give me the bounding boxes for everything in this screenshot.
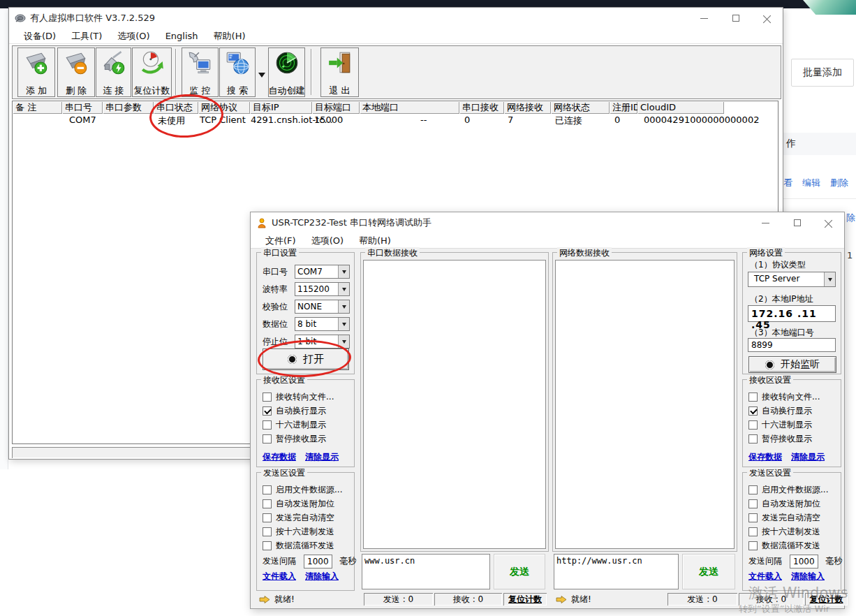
file-source-label: 启用文件数据源... (762, 484, 828, 496)
menu-file[interactable]: 文件(F) (258, 233, 304, 249)
recv-to-file-checkbox[interactable] (263, 393, 272, 402)
auto-clear-checkbox[interactable] (748, 513, 758, 522)
minimize-button[interactable] (688, 8, 720, 29)
close-button[interactable] (813, 212, 844, 233)
auto-wrap-checkbox[interactable] (748, 406, 758, 416)
pause-recv-checkbox[interactable] (748, 434, 758, 443)
menu-english[interactable]: English (158, 29, 206, 43)
menu-tools[interactable]: 工具(T) (64, 29, 110, 44)
delete-link-partial[interactable]: 除 (846, 212, 855, 224)
connect-button[interactable]: 连 接 (96, 47, 131, 97)
col-remark[interactable]: 备 注 (13, 101, 62, 114)
col-serial-rx[interactable]: 串口接收 (459, 101, 504, 114)
serial-send-button[interactable]: 发送 (494, 554, 545, 589)
loop-send-checkbox[interactable] (263, 541, 272, 550)
col-target-ip[interactable]: 目标IP (250, 101, 312, 114)
delete-port-button[interactable]: 删 除 (57, 47, 95, 97)
test-titlebar[interactable]: USR-TCP232-Test 串口转网络调试助手 (251, 212, 844, 233)
load-file-link[interactable]: 文件载入 (263, 571, 296, 582)
menu-device[interactable]: 设备(D) (16, 29, 64, 44)
close-button[interactable] (751, 8, 783, 29)
view-link[interactable]: 看 (783, 177, 792, 189)
save-data-link[interactable]: 保存数据 (748, 451, 782, 463)
hex-send-checkbox[interactable] (748, 527, 758, 536)
chevron-down-icon (342, 288, 346, 293)
auto-create-label: 自动创建 (269, 85, 305, 96)
dropdown-button[interactable] (338, 283, 349, 295)
delete-link[interactable]: 删除 (830, 177, 848, 189)
save-data-link[interactable]: 保存数据 (263, 451, 296, 463)
network-send-input[interactable]: http://www.usr.cn (554, 554, 679, 589)
edit-link[interactable]: 编辑 (802, 177, 820, 189)
parity-row: 校验位 NONE (263, 300, 350, 314)
file-source-label: 启用文件数据源... (276, 484, 342, 496)
col-cloud-id[interactable]: CloudID (637, 101, 724, 114)
maximize-button[interactable] (781, 212, 813, 233)
table-row[interactable]: COM7 未使用 TCP Client 4291.cnsh.iot-tc... … (13, 114, 778, 126)
search-button[interactable]: 搜 索 (219, 47, 256, 97)
col-net-rx[interactable]: 网络接收 (504, 101, 551, 114)
auto-append-checkbox[interactable] (748, 499, 758, 508)
test-app-icon (256, 217, 267, 228)
serial-receive-area[interactable] (363, 260, 546, 549)
col-com[interactable]: 串口号 (62, 101, 103, 114)
data-bits-select[interactable]: 8 bit (295, 317, 350, 331)
menu-help[interactable]: 帮助(H) (351, 233, 399, 249)
parity-select[interactable]: NONE (295, 300, 350, 314)
network-send-button[interactable]: 发送 (682, 554, 735, 589)
auto-clear-checkbox[interactable] (263, 513, 272, 522)
send-interval-input[interactable]: 1000 (304, 555, 332, 569)
local-ip-input[interactable]: 172.16 .11 .45 (748, 305, 836, 322)
col-target-port[interactable]: 目标端口 (312, 101, 360, 114)
dropdown-button[interactable] (338, 300, 349, 313)
auto-append-checkbox[interactable] (263, 499, 272, 508)
clear-input-link[interactable]: 清除输入 (791, 571, 825, 582)
menu-help[interactable]: 帮助(H) (206, 29, 253, 44)
serial-reset-count-button[interactable]: 复位计数 (503, 593, 547, 606)
clear-display-link[interactable]: 清除显示 (305, 451, 339, 463)
vsp-window-title: 有人虚拟串口软件 V3.7.2.529 (30, 12, 155, 24)
vsp-titlebar[interactable]: 有人虚拟串口软件 V3.7.2.529 (9, 8, 783, 29)
file-source-row: 启用文件数据源... (748, 485, 836, 495)
auto-wrap-checkbox[interactable] (263, 406, 272, 416)
baud-rate-select[interactable]: 115200 (295, 282, 350, 296)
com-port-select[interactable]: COM7 (295, 265, 350, 279)
send-interval-input[interactable]: 1000 (790, 555, 818, 569)
batch-add-button[interactable]: 批量添加 (791, 59, 854, 87)
col-reg-id[interactable]: 注册ID (610, 101, 637, 114)
dropdown-button[interactable] (338, 318, 349, 330)
hex-send-checkbox[interactable] (263, 527, 272, 536)
loop-send-checkbox[interactable] (748, 541, 758, 550)
file-source-checkbox[interactable] (748, 485, 758, 494)
pause-recv-checkbox[interactable] (263, 434, 272, 443)
delete-port-label: 删 除 (66, 85, 87, 96)
clear-input-link[interactable]: 清除输入 (305, 571, 339, 582)
start-listen-button[interactable]: 开始监听 (748, 356, 836, 373)
clear-display-link[interactable]: 清除显示 (791, 451, 825, 463)
col-local-port[interactable]: 本地端口 (360, 101, 459, 114)
serial-send-input[interactable]: www.usr.cn (362, 554, 490, 589)
menu-options[interactable]: 选项(O) (110, 29, 157, 44)
reset-count-button[interactable]: 复位计数 (132, 47, 172, 97)
col-params[interactable]: 串口参数 (103, 101, 154, 114)
monitor-button[interactable]: 监 控 (182, 47, 219, 97)
maximize-button[interactable] (720, 8, 751, 29)
add-port-button[interactable]: 添 加 (17, 47, 55, 97)
hex-display-checkbox[interactable] (263, 420, 272, 430)
col-net-status[interactable]: 网络状态 (551, 101, 610, 114)
minimize-button[interactable] (750, 212, 781, 233)
hex-display-checkbox[interactable] (748, 420, 758, 430)
menu-options[interactable]: 选项(O) (304, 233, 351, 249)
dropdown-button[interactable] (824, 272, 835, 286)
load-file-link[interactable]: 文件载入 (748, 571, 782, 582)
auto-create-button[interactable]: 自动创建 (268, 47, 305, 97)
network-receive-area[interactable] (555, 260, 735, 549)
local-port-input[interactable]: 8899 (748, 338, 836, 352)
exit-button[interactable]: 退 出 (320, 47, 359, 97)
dropdown-button[interactable] (338, 265, 349, 278)
search-dropdown-arrow-icon[interactable] (258, 73, 265, 81)
protocol-type-select[interactable]: TCP Server (748, 272, 836, 287)
recv-to-file-checkbox[interactable] (748, 393, 758, 402)
file-source-checkbox[interactable] (263, 485, 272, 494)
background-action-links: 看 编辑 删除 (783, 177, 856, 189)
